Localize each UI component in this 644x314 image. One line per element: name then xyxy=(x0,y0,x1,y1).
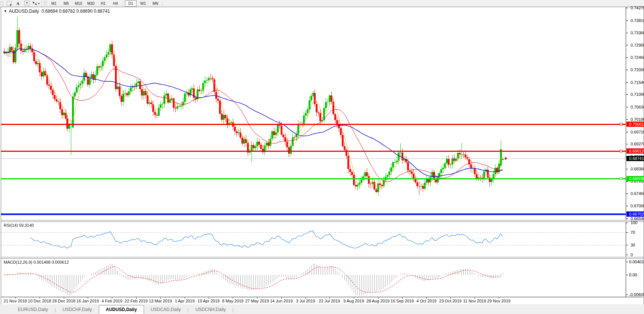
price-tick-mark xyxy=(626,206,628,206)
price-tick-label: 0.70630 xyxy=(631,105,644,109)
macd-tick-label: 0.00 xyxy=(629,273,637,277)
price-tick-label: 0.74270 xyxy=(631,6,644,10)
macd-tick-label: -0.00609 xyxy=(629,292,644,297)
price-tick-mark xyxy=(626,107,628,107)
price-tick-mark xyxy=(626,8,628,8)
price-tick-mark xyxy=(626,144,628,144)
price-tick-label: 0.73360 xyxy=(631,31,644,35)
chart-window: ▼AUDUSD,Daily 0.68694 0.68782 0.68690 0.… xyxy=(1,7,644,305)
price-tick-label: 0.72450 xyxy=(631,55,644,60)
price-tick-mark xyxy=(626,57,628,58)
tab-eurusd[interactable]: EURUSD,Daily xyxy=(11,306,55,314)
tab-usdcnh[interactable]: USDCNH,Daily xyxy=(189,306,232,314)
timeframe-button-m1[interactable]: M1 xyxy=(48,0,60,7)
rsi-label: RSI(14) 59.3140 xyxy=(4,223,34,227)
rsi-axis[interactable]: 10070300 xyxy=(626,222,643,257)
price-tick-label: 0.72900 xyxy=(631,43,644,47)
date-axis[interactable]: 21 Nov 201810 Dec 201828 Dec 201816 Jan … xyxy=(1,297,643,304)
rsi-tick-mark xyxy=(626,232,628,233)
toolbar-grip[interactable] xyxy=(1,1,3,6)
price-tick-label: 0.67000 xyxy=(631,204,644,208)
price-pane[interactable]: ▼AUDUSD,Daily 0.68694 0.68782 0.68690 0.… xyxy=(1,7,626,220)
fibonacci-tool-button[interactable]: F xyxy=(5,0,13,7)
price-tick-label: 0.71540 xyxy=(631,80,644,85)
price-tick-mark xyxy=(626,21,628,21)
tab-usdchf[interactable]: USDCHF,Daily xyxy=(56,306,99,314)
chart-title: ▼AUDUSD,Daily 0.68694 0.68782 0.68690 0.… xyxy=(4,9,110,14)
timeframe-button-m15[interactable]: M15 xyxy=(73,0,84,7)
chevron-down-icon: ▾ xyxy=(38,2,40,5)
hline-price-badge: 0.66702 xyxy=(626,211,644,217)
price-tick-mark xyxy=(626,132,628,132)
macd-tick-mark xyxy=(626,262,628,262)
rsi-tick-mark xyxy=(626,255,628,255)
price-tick-label: 0.72000 xyxy=(631,67,644,72)
rsi-tick-mark xyxy=(626,223,628,223)
rsi-tick-mark xyxy=(626,245,628,245)
price-tick-mark xyxy=(626,181,628,182)
price-tick-label: 0.69720 xyxy=(631,130,644,134)
hline-price-badge: 0.70001 xyxy=(626,122,644,127)
price-tick-label: 0.69270 xyxy=(631,142,644,146)
timeframe-button-d1[interactable]: D1 xyxy=(125,0,137,7)
rsi-canvas[interactable] xyxy=(1,222,626,257)
hline-price-badge: 0.69012 xyxy=(626,148,644,154)
price-tick-mark xyxy=(626,70,628,70)
timeframe-button-h1[interactable]: H1 xyxy=(97,0,109,7)
toolbar-grip2[interactable] xyxy=(44,1,46,6)
rsi-tick-label: 0 xyxy=(631,252,633,257)
rsi-row: RSI(14) 59.3140 10070300 xyxy=(1,222,643,257)
text-label-tool-button[interactable]: T xyxy=(23,0,31,7)
timeframe-group-separator xyxy=(123,1,124,6)
toolbar-separator2 xyxy=(163,1,163,6)
rsi-tick-label: 100 xyxy=(631,220,637,225)
price-chart-canvas[interactable] xyxy=(1,7,626,220)
timeframe-button-mn[interactable]: MN xyxy=(150,0,161,7)
hline-price-badge: 0.68008 xyxy=(626,176,644,181)
rsi-pane[interactable]: RSI(14) 59.3140 xyxy=(1,222,626,257)
macd-label: MACD(12,26,9) 0.001498 0.000612 xyxy=(4,260,69,264)
fibonacci-icon: F xyxy=(7,1,12,6)
arrows-icon xyxy=(32,1,37,6)
macd-axis[interactable]: 0.0040170.00-0.00609 xyxy=(626,259,643,297)
price-axis[interactable]: 0.742700.738100.733600.729000.724500.720… xyxy=(626,7,643,220)
price-tick-mark xyxy=(626,33,628,33)
macd-pane[interactable]: MACD(12,26,9) 0.001498 0.000612 xyxy=(1,259,626,297)
macd-tick-label: 0.004017 xyxy=(629,260,644,264)
price-tick-mark xyxy=(626,45,628,45)
rsi-tick-label: 30 xyxy=(631,243,635,247)
price-tick-label: 0.73810 xyxy=(631,18,644,23)
timeframe-button-w1[interactable]: W1 xyxy=(137,0,149,7)
tab-usdcad[interactable]: USDCAD,Daily xyxy=(144,306,188,314)
macd-row: MACD(12,26,9) 0.001498 0.000612 0.004017… xyxy=(1,259,643,297)
text-label-icon: T xyxy=(24,1,29,6)
rsi-tick-label: 70 xyxy=(631,230,635,235)
top-toolbar: F A T ▾ M1M5M15M30H1H4D1W1MN xyxy=(0,0,644,7)
price-tick-mark xyxy=(626,119,628,120)
timeframe-button-h4[interactable]: H4 xyxy=(110,0,121,7)
tab-audusd[interactable]: AUDUSD,Daily xyxy=(99,305,144,314)
arrows-tool-button[interactable]: ▾ xyxy=(32,0,40,7)
tab-separator: | xyxy=(232,307,234,313)
price-tick-mark xyxy=(626,194,628,194)
current-price-badge: 0.68741 xyxy=(626,156,644,161)
price-tick-label: 0.67450 xyxy=(631,191,644,196)
toolbar-separator xyxy=(41,1,42,6)
macd-tick-mark xyxy=(626,295,628,295)
text-icon: A xyxy=(16,1,19,6)
price-tick-mark xyxy=(626,94,628,95)
chart-ohlc-values: 0.68694 0.68782 0.68690 0.68741 xyxy=(41,9,110,14)
tab-bar: EURUSD,Daily|USDCHF,DailyAUDUSD,DailyUSD… xyxy=(0,304,644,314)
timeframe-button-m5[interactable]: M5 xyxy=(60,0,72,7)
macd-canvas[interactable] xyxy=(1,259,626,297)
price-tick-mark xyxy=(626,169,628,169)
macd-tick-mark xyxy=(626,275,628,275)
text-tool-button[interactable]: A xyxy=(14,0,22,7)
symbol-dropdown-caret[interactable]: ▼ xyxy=(4,9,7,13)
price-tick-label: 0.68360 xyxy=(631,167,644,171)
date-tick-label: 29 Nov 2019 xyxy=(484,299,514,303)
price-tick-label: 0.71090 xyxy=(631,92,644,97)
timeframe-buttons: M1M5M15M30H1H4D1W1MN xyxy=(48,0,162,7)
chart-symbol: AUDUSD,Daily xyxy=(9,9,39,14)
timeframe-button-m30[interactable]: M30 xyxy=(85,0,97,7)
